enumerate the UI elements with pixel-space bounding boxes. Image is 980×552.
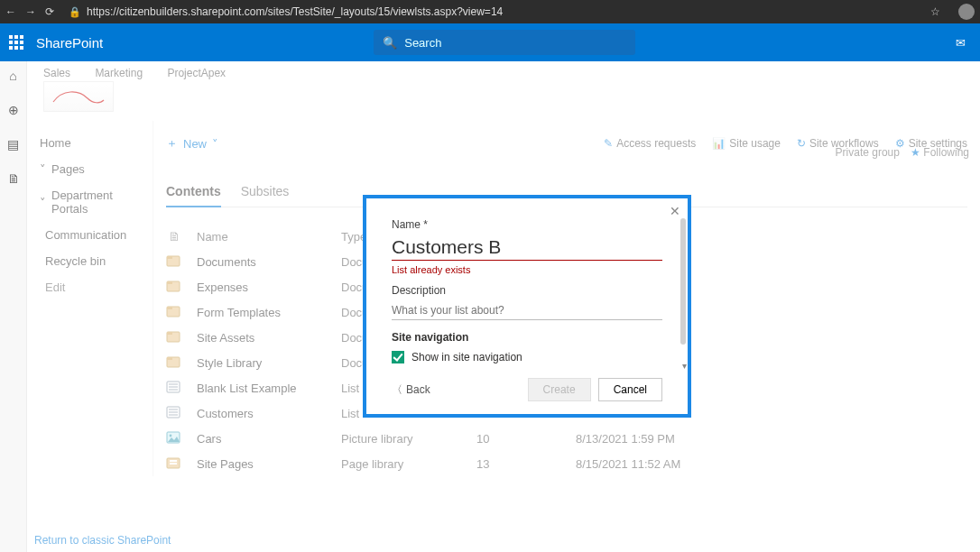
reload-icon[interactable]: ⟳ — [45, 5, 54, 18]
topnav-marketing[interactable]: Marketing — [95, 67, 143, 79]
checkbox-checked-icon[interactable] — [392, 351, 404, 363]
browser-bar: ← → ⟳ 🔒 https://citizenbuilders.sharepoi… — [0, 0, 980, 23]
row-type: Page library — [341, 457, 476, 471]
col-name[interactable]: Name — [197, 230, 341, 244]
forward-icon[interactable]: → — [25, 5, 36, 18]
site-navigation-header: Site navigation — [392, 331, 662, 344]
create-button[interactable]: Create — [528, 378, 591, 401]
lock-icon: 🔒 — [69, 6, 81, 18]
name-error: List already exists — [392, 264, 662, 275]
chevron-down-icon: ˅ — [40, 162, 46, 176]
bookmark-star-icon[interactable]: ☆ — [930, 5, 940, 18]
file-header-icon: 🗎 — [166, 229, 197, 244]
chevron-down-icon: ˅ — [40, 196, 46, 209]
privacy-label: Private group — [836, 146, 900, 159]
following-label[interactable]: Following — [923, 146, 969, 159]
svg-rect-3 — [167, 281, 172, 284]
left-navigation: Home ˅Pages ˅Department Portals Communic… — [27, 121, 153, 476]
svg-rect-1 — [167, 256, 172, 259]
row-name: Site Assets — [197, 331, 341, 345]
row-name: Documents — [197, 255, 341, 269]
doclib-icon — [166, 279, 197, 296]
show-in-nav-label: Show in site navigation — [411, 351, 522, 363]
topnav-sales[interactable]: Sales — [43, 67, 70, 79]
scroll-down-arrow-icon[interactable]: ▾ — [682, 361, 687, 371]
nav-home[interactable]: Home — [36, 130, 145, 156]
description-label: Description — [392, 284, 662, 297]
suite-header: SharePoint 🔍 Search ✉ — [0, 23, 980, 61]
svg-point-19 — [170, 434, 172, 437]
url-text: https://citizenbuilders.sharepoint.com/s… — [87, 5, 503, 18]
site-logo[interactable] — [43, 81, 114, 112]
chart-icon: 📊 — [712, 137, 726, 150]
row-name: Cars — [197, 432, 341, 446]
topnav-projectapex[interactable]: ProjectApex — [167, 67, 226, 79]
close-icon[interactable]: ✕ — [670, 204, 680, 218]
row-name: Blank List Example — [197, 382, 341, 395]
name-label: Name * — [392, 218, 662, 231]
home-rail-icon[interactable]: ⌂ — [9, 69, 16, 83]
row-modified: 8/13/2021 1:59 PM — [576, 432, 756, 446]
doclib-icon — [166, 253, 197, 271]
cmd-access-requests[interactable]: ✎Access requests — [604, 137, 696, 150]
nav-edit[interactable]: Edit — [36, 274, 145, 300]
nav-department-portals[interactable]: ˅Department Portals — [36, 182, 145, 222]
show-in-nav-row[interactable]: Show in site navigation — [392, 351, 662, 363]
doclib-icon — [166, 304, 197, 321]
tab-contents[interactable]: Contents — [166, 179, 221, 207]
svg-rect-21 — [170, 460, 177, 462]
list-description-input[interactable] — [392, 302, 662, 320]
row-modified: 8/15/2021 11:52 AM — [576, 457, 756, 471]
row-items: 13 — [476, 457, 576, 471]
nav-communication[interactable]: Communication — [36, 222, 145, 248]
top-nav: Sales Marketing ProjectApex — [43, 67, 964, 79]
cmd-site-usage[interactable]: 📊Site usage — [712, 137, 781, 150]
app-launcher-icon[interactable] — [9, 35, 23, 50]
access-icon: ✎ — [604, 137, 613, 150]
search-box[interactable]: 🔍 Search — [374, 30, 635, 55]
nav-recycle-bin[interactable]: Recycle bin — [36, 248, 145, 274]
table-row[interactable]: CarsPicture library108/13/2021 1:59 PM — [166, 426, 967, 451]
workflow-icon: ↻ — [797, 137, 806, 150]
page-rail-icon[interactable]: 🗎 — [7, 171, 20, 186]
tab-subsites[interactable]: Subsites — [241, 179, 290, 207]
row-items: 10 — [476, 432, 576, 446]
list-name-input[interactable] — [392, 236, 662, 261]
row-name: Customers — [197, 407, 341, 420]
doclib-icon — [166, 354, 197, 372]
add-rail-icon[interactable]: ⊕ — [8, 103, 19, 117]
dialog-scrollbar[interactable] — [680, 218, 686, 345]
row-name: Form Templates — [197, 306, 341, 319]
create-list-dialog: ✕ ▾ Name * List already exists Descripti… — [363, 195, 691, 418]
share-icon[interactable]: ✉ — [956, 36, 966, 50]
pagelib-icon — [166, 455, 197, 473]
return-classic-link[interactable]: Return to classic SharePoint — [34, 534, 171, 547]
chevron-down-icon: ˅ — [212, 137, 218, 151]
suite-title: SharePoint — [36, 35, 103, 51]
cancel-button[interactable]: Cancel — [598, 378, 662, 401]
search-icon: 🔍 — [383, 36, 397, 50]
svg-rect-22 — [170, 463, 177, 465]
list-icon — [166, 380, 197, 397]
row-name: Style Library — [197, 356, 341, 370]
svg-rect-7 — [167, 332, 172, 335]
nav-pages[interactable]: ˅Pages — [36, 156, 145, 182]
back-button[interactable]: 〈 Back — [392, 382, 430, 398]
left-rail: ⌂ ⊕ ▤ 🗎 — [0, 61, 27, 552]
svg-rect-5 — [167, 307, 172, 309]
piclib-icon — [166, 430, 197, 447]
profile-avatar[interactable] — [958, 4, 975, 20]
files-rail-icon[interactable]: ▤ — [7, 137, 19, 152]
list-icon — [166, 405, 197, 422]
table-row[interactable]: Site PagesPage library138/15/2021 11:52 … — [166, 451, 967, 476]
svg-rect-9 — [167, 357, 172, 360]
row-type: Picture library — [341, 432, 476, 446]
plus-icon: ＋ — [166, 135, 178, 152]
back-icon[interactable]: ← — [5, 5, 16, 18]
following-star-icon[interactable]: ★ — [911, 146, 920, 159]
row-name: Expenses — [197, 281, 341, 294]
chevron-left-icon: 〈 — [392, 382, 402, 398]
new-button[interactable]: ＋ New ˅ — [166, 135, 218, 152]
address-bar[interactable]: 🔒 https://citizenbuilders.sharepoint.com… — [69, 5, 503, 18]
site-header: Sales Marketing ProjectApex — [27, 61, 980, 115]
